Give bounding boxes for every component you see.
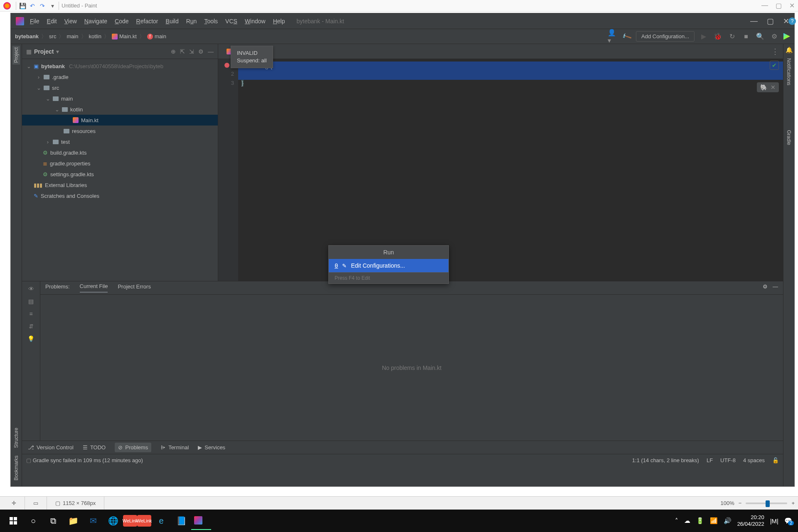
menu-tools[interactable]: Tools [204,18,218,25]
welink-icon[interactable]: WeLink [123,515,137,527]
locate-icon[interactable]: ⊕ [171,48,176,55]
search-icon[interactable]: 🔍 [755,32,765,42]
readonly-lock-icon[interactable]: 🔓 [772,457,779,463]
expand-icon[interactable]: ⇵ [29,323,34,330]
problems-settings-icon[interactable]: ⚙ [763,283,768,292]
sort-icon[interactable]: ≡ [29,310,32,317]
close-icon[interactable]: ✕ [771,84,776,91]
editor-tabs-more-icon[interactable]: ⋮ [771,47,779,56]
crumb-function[interactable]: fmain [147,33,166,39]
menu-refactor[interactable]: Refactor [136,18,158,25]
gradle-tool-tab[interactable]: Gradle [785,128,793,147]
collapse-all-icon[interactable]: ⇲ [189,48,194,55]
zoom-slider[interactable] [746,502,787,504]
hide-panel-icon[interactable]: — [208,48,214,55]
view-toggle-icon[interactable]: 👁 [28,286,34,292]
add-configuration-button[interactable]: Add Configuration... [636,31,695,42]
paint-maximize-button[interactable]: ▢ [776,2,782,10]
paint-undo-icon[interactable]: ↶ [29,2,36,10]
notifications-icon[interactable]: 🔔 [786,47,793,53]
problems-hide-icon[interactable]: — [773,283,778,292]
panel-settings-icon[interactable]: ⚙ [198,48,204,55]
tab-todo[interactable]: ☰TODO [83,444,106,451]
tray-overflow-icon[interactable]: ˄ [675,517,678,525]
menu-help[interactable]: Help [273,18,285,25]
tab-problems[interactable]: ⊘Problems [115,443,151,452]
notepad-icon[interactable]: 📘 [171,512,191,530]
menu-navigate[interactable]: Navigate [84,18,107,25]
start-button[interactable] [3,512,23,530]
project-tool-tab[interactable]: Project [12,46,20,64]
ie-icon[interactable]: e [151,512,171,530]
task-view-icon[interactable]: ⧉ [43,512,63,530]
taskbar-clock[interactable]: 20:20 26/04/2022 [737,514,764,527]
editor-gutter[interactable]: 1 2 3 [218,59,238,281]
caret-position[interactable]: 1:1 (14 chars, 2 line breaks) [632,457,699,463]
wifi-icon[interactable]: 📶 [710,517,718,525]
paint-save-icon[interactable]: 💾 [19,2,26,10]
highlight-icon[interactable]: 💡 [27,335,34,342]
crumb-src[interactable]: src [49,33,56,39]
tab-services[interactable]: ▶Services [198,444,225,451]
inspections-ok-icon[interactable]: ✔ [770,61,779,70]
cortana-circle-icon[interactable]: ○ [23,512,43,530]
settings-gear-icon[interactable]: ⚙ [769,32,779,42]
menu-vcs[interactable]: VCS [225,18,237,25]
bookmarks-tool-tab[interactable]: Bookmarks [12,454,20,482]
ide-update-icon[interactable] [783,33,790,40]
menu-code[interactable]: Code [115,18,128,25]
crumb-file[interactable]: Main.kt [112,33,137,39]
paint-close-button[interactable]: ✕ [789,2,795,10]
zoom-out-button[interactable]: − [739,500,742,506]
paint-qat-customize-icon[interactable]: ▾ [49,2,56,10]
structure-tool-tab[interactable]: Structure [12,426,20,450]
menu-run[interactable]: Run [186,18,197,25]
debug-icon[interactable]: 🐞 [713,32,723,42]
file-encoding[interactable]: UTF-8 [720,457,736,463]
zoom-in-button[interactable]: + [791,500,795,506]
battery-icon[interactable]: 🔋 [696,517,704,525]
help-bubble-icon[interactable]: ? [788,17,796,25]
tray-app-icon[interactable]: |M| [770,517,778,525]
welink-icon-2[interactable]: WeLink [137,515,151,527]
gradle-load-widget[interactable]: 🐘✕ [757,82,779,92]
expand-all-icon[interactable]: ⇱ [180,48,185,55]
menu-edit[interactable]: Edit [47,18,57,25]
notifications-tool-tab[interactable]: Notifications [785,57,793,87]
filter-icon[interactable]: ▤ [28,298,34,305]
menu-view[interactable]: View [64,18,77,25]
stop-icon[interactable]: ■ [741,32,751,42]
user-icon[interactable]: 👤▾ [608,32,618,42]
crumb-kotlin[interactable]: kotlin [89,33,101,39]
tab-terminal[interactable]: ⩥Terminal [160,444,189,451]
run-play-icon[interactable]: ▶ [699,32,709,42]
breakpoint-icon[interactable] [224,63,229,68]
ide-minimize-button[interactable]: — [750,17,758,25]
outlook-icon[interactable]: ✉ [83,512,103,530]
tree-main-kt[interactable]: Main.kt [22,115,218,126]
project-tree[interactable]: ⌄▣bytebankC:\Users\t00740558\IdeaProject… [22,59,218,281]
crumb-main[interactable]: main [66,33,78,39]
onedrive-icon[interactable]: ☁ [684,517,690,525]
indent-setting[interactable]: 4 spaces [743,457,765,463]
menu-file[interactable]: File [30,18,39,25]
crumb-root[interactable]: bytebank [15,33,39,39]
chrome-icon[interactable]: 🌐 [103,512,123,530]
tab-version-control[interactable]: ⎇Version Control [28,444,74,451]
menu-build[interactable]: Build [166,18,179,25]
line-separator[interactable]: LF [707,457,713,463]
edit-configurations-item[interactable]: 0 ✎ Edit Configurations... [329,259,448,272]
intellij-taskbar-icon[interactable] [191,512,211,530]
code-editor[interactable]: 1 2 3 xxxxxxxx() { } ✔ 🐘✕ [218,59,783,281]
status-icon[interactable]: ▢ [26,457,31,463]
file-explorer-icon[interactable]: 📁 [63,512,83,530]
volume-icon[interactable]: 🔊 [724,517,732,525]
tab-current-file[interactable]: Current File [80,283,108,293]
tab-project-errors[interactable]: Project Errors [118,283,150,292]
build-hammer-icon[interactable]: 🔨 [620,30,634,43]
menu-window[interactable]: Window [245,18,266,25]
paint-taskbar-icon[interactable] [211,512,231,530]
paint-minimize-button[interactable]: — [761,2,768,10]
ide-maximize-button[interactable]: ▢ [767,17,774,26]
action-center-icon[interactable]: 💬2 [784,517,792,525]
